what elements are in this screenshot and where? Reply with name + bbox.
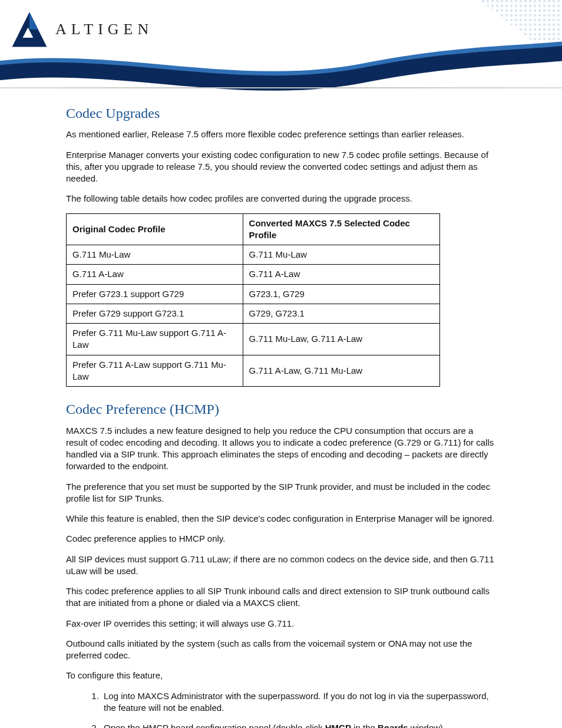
- paragraph: The following table details how codec pr…: [66, 193, 496, 205]
- table-cell: G.711 A-Law: [67, 265, 243, 284]
- bold-text: HMCP: [325, 723, 351, 728]
- table-cell: Prefer G.711 A-Law support G.711 Mu-Law: [67, 355, 243, 387]
- table-row: Prefer G723.1 support G729 G723.1, G729: [67, 284, 440, 304]
- heading-codec-preference: Codec Preference (HCMP): [66, 400, 496, 419]
- table-cell: G.711 Mu-Law: [243, 245, 440, 265]
- configure-steps: Log into MAXCS Administrator with the su…: [66, 690, 496, 728]
- altigen-mark-icon: [11, 11, 48, 48]
- table-header: Converted MAXCS 7.5 Selected Codec Profi…: [243, 213, 440, 245]
- paragraph: MAXCS 7.5 includes a new feature designe…: [66, 425, 496, 473]
- table-header-row: Original Codec Profile Converted MAXCS 7…: [67, 213, 440, 245]
- step-text: in the: [351, 723, 378, 728]
- table-cell: G.711 A-Law: [243, 265, 440, 284]
- paragraph: While this feature is enabled, then the …: [66, 513, 496, 525]
- table-cell: G.711 Mu-Law, G.711 A-Law: [243, 324, 440, 355]
- table-row: Prefer G.711 Mu-Law support G.711 A-Law …: [67, 324, 440, 355]
- table-header: Original Codec Profile: [67, 213, 243, 245]
- table-row: G.711 A-Law G.711 A-Law: [67, 265, 440, 284]
- svg-marker-1: [29, 12, 38, 29]
- brand-name: ALTIGEN: [55, 21, 153, 38]
- paragraph: Enterprise Manager converts your existin…: [66, 149, 496, 185]
- step-text: Log into MAXCS Administrator with the su…: [104, 691, 489, 713]
- paragraph: The preference that you set must be supp…: [66, 481, 496, 505]
- heading-codec-upgrades: Codec Upgrades: [66, 104, 496, 123]
- table-cell: Prefer G729 support G723.1: [67, 304, 243, 323]
- header-grid-icon: [468, 0, 562, 65]
- table-row: Prefer G729 support G723.1 G729, G723.1: [67, 304, 440, 323]
- codec-conversion-table: Original Codec Profile Converted MAXCS 7…: [66, 213, 440, 387]
- paragraph: Codec preference applies to HMCP only.: [66, 533, 496, 545]
- step-text: window).: [408, 723, 445, 728]
- svg-marker-5: [480, 0, 562, 65]
- header-divider: [0, 87, 562, 88]
- step-text: Open the HMCP board configuration panel …: [104, 723, 325, 728]
- table-cell: Prefer G.711 Mu-Law support G.711 A-Law: [67, 324, 243, 355]
- table-cell: G.711 Mu-Law: [67, 245, 243, 265]
- table-row: G.711 Mu-Law G.711 Mu-Law: [67, 245, 440, 265]
- page-header: ALTIGEN: [0, 0, 562, 88]
- table-cell: G.711 A-Law, G.711 Mu-Law: [243, 355, 440, 387]
- list-item: Open the HMCP board configuration panel …: [101, 722, 496, 728]
- brand-logo: ALTIGEN: [11, 11, 153, 48]
- paragraph: As mentioned earlier, Release 7.5 offers…: [66, 129, 496, 140]
- table-cell: G729, G723.1: [243, 304, 440, 323]
- table-cell: Prefer G723.1 support G729: [67, 284, 243, 304]
- paragraph: To configure this feature,: [66, 670, 496, 681]
- page-content: Codec Upgrades As mentioned earlier, Rel…: [0, 88, 562, 728]
- paragraph: All SIP devices must support G.711 uLaw;…: [66, 554, 496, 578]
- paragraph: This codec preference applies to all SIP…: [66, 585, 496, 610]
- bold-text: Boards: [378, 723, 408, 728]
- list-item: Log into MAXCS Administrator with the su…: [101, 690, 496, 714]
- paragraph: Fax-over IP overrides this setting; it w…: [66, 618, 496, 630]
- table-cell: G723.1, G729: [243, 284, 440, 304]
- paragraph: Outbound calls initiated by the system (…: [66, 638, 496, 662]
- table-row: Prefer G.711 A-Law support G.711 Mu-Law …: [67, 355, 440, 387]
- page: ALTIGEN Codec Upgrades As mentioned earl…: [0, 0, 562, 728]
